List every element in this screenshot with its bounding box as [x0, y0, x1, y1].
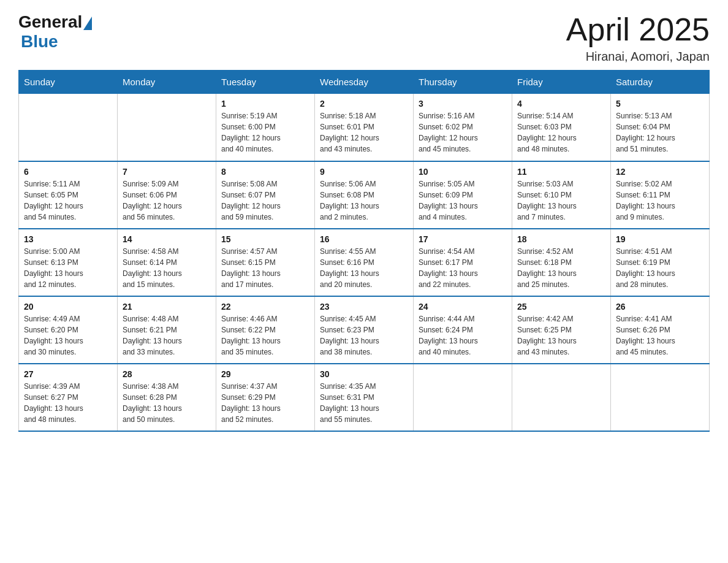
calendar-cell: 17Sunrise: 4:54 AM Sunset: 6:17 PM Dayli… — [414, 229, 512, 296]
calendar-cell: 13Sunrise: 5:00 AM Sunset: 6:13 PM Dayli… — [19, 229, 118, 296]
day-info: Sunrise: 4:52 AM Sunset: 6:18 PM Dayligh… — [517, 246, 605, 290]
calendar-cell: 26Sunrise: 4:41 AM Sunset: 6:26 PM Dayli… — [611, 296, 710, 364]
day-info: Sunrise: 4:46 AM Sunset: 6:22 PM Dayligh… — [221, 313, 309, 358]
day-number: 10 — [419, 167, 507, 177]
calendar-cell: 5Sunrise: 5:13 AM Sunset: 6:04 PM Daylig… — [611, 94, 710, 161]
day-info: Sunrise: 4:37 AM Sunset: 6:29 PM Dayligh… — [221, 381, 309, 425]
day-info: Sunrise: 5:08 AM Sunset: 6:07 PM Dayligh… — [221, 178, 309, 223]
calendar-cell: 23Sunrise: 4:45 AM Sunset: 6:23 PM Dayli… — [315, 296, 414, 364]
day-info: Sunrise: 4:57 AM Sunset: 6:15 PM Dayligh… — [221, 246, 309, 290]
calendar-cell: 16Sunrise: 4:55 AM Sunset: 6:16 PM Dayli… — [315, 229, 414, 296]
calendar-cell: 1Sunrise: 5:19 AM Sunset: 6:00 PM Daylig… — [216, 94, 315, 161]
logo-general-text: General — [18, 12, 82, 32]
logo: General Blue — [18, 12, 93, 52]
day-number: 4 — [517, 99, 605, 109]
calendar-table: SundayMondayTuesdayWednesdayThursdayFrid… — [18, 70, 710, 432]
day-info: Sunrise: 4:35 AM Sunset: 6:31 PM Dayligh… — [320, 381, 408, 425]
day-info: Sunrise: 5:02 AM Sunset: 6:11 PM Dayligh… — [616, 178, 704, 223]
day-number: 24 — [419, 302, 507, 312]
day-info: Sunrise: 4:55 AM Sunset: 6:16 PM Dayligh… — [320, 246, 408, 290]
calendar-cell: 4Sunrise: 5:14 AM Sunset: 6:03 PM Daylig… — [512, 94, 611, 161]
title-block: April 2025 Hiranai, Aomori, Japan — [566, 12, 710, 64]
week-row-1: 1Sunrise: 5:19 AM Sunset: 6:00 PM Daylig… — [19, 94, 710, 161]
calendar-cell — [611, 364, 710, 431]
calendar-cell: 18Sunrise: 4:52 AM Sunset: 6:18 PM Dayli… — [512, 229, 611, 296]
calendar-cell: 28Sunrise: 4:38 AM Sunset: 6:28 PM Dayli… — [118, 364, 216, 431]
day-number: 29 — [221, 369, 309, 379]
day-header-friday: Friday — [512, 71, 611, 94]
calendar-cell: 2Sunrise: 5:18 AM Sunset: 6:01 PM Daylig… — [315, 94, 414, 161]
calendar-cell: 19Sunrise: 4:51 AM Sunset: 6:19 PM Dayli… — [611, 229, 710, 296]
calendar-cell: 15Sunrise: 4:57 AM Sunset: 6:15 PM Dayli… — [216, 229, 315, 296]
day-number: 13 — [24, 234, 112, 244]
calendar-cell: 9Sunrise: 5:06 AM Sunset: 6:08 PM Daylig… — [315, 161, 414, 229]
day-info: Sunrise: 5:14 AM Sunset: 6:03 PM Dayligh… — [517, 110, 605, 155]
calendar-cell: 10Sunrise: 5:05 AM Sunset: 6:09 PM Dayli… — [414, 161, 512, 229]
calendar-cell: 30Sunrise: 4:35 AM Sunset: 6:31 PM Dayli… — [315, 364, 414, 431]
day-number: 9 — [320, 167, 408, 177]
logo-triangle-icon — [83, 17, 92, 30]
day-info: Sunrise: 4:51 AM Sunset: 6:19 PM Dayligh… — [616, 246, 704, 290]
day-header-saturday: Saturday — [611, 71, 710, 94]
day-info: Sunrise: 5:03 AM Sunset: 6:10 PM Dayligh… — [517, 178, 605, 223]
month-title: April 2025 — [566, 12, 710, 47]
day-number: 1 — [221, 99, 309, 109]
day-number: 21 — [123, 302, 211, 312]
calendar-cell — [414, 364, 512, 431]
day-info: Sunrise: 4:44 AM Sunset: 6:24 PM Dayligh… — [419, 313, 507, 358]
calendar-cell: 27Sunrise: 4:39 AM Sunset: 6:27 PM Dayli… — [19, 364, 118, 431]
day-header-monday: Monday — [118, 71, 216, 94]
calendar-cell: 24Sunrise: 4:44 AM Sunset: 6:24 PM Dayli… — [414, 296, 512, 364]
day-info: Sunrise: 4:41 AM Sunset: 6:26 PM Dayligh… — [616, 313, 704, 358]
day-number: 3 — [419, 99, 507, 109]
day-number: 25 — [517, 302, 605, 312]
calendar-cell: 21Sunrise: 4:48 AM Sunset: 6:21 PM Dayli… — [118, 296, 216, 364]
day-info: Sunrise: 5:16 AM Sunset: 6:02 PM Dayligh… — [419, 110, 507, 155]
day-number: 22 — [221, 302, 309, 312]
header-row: SundayMondayTuesdayWednesdayThursdayFrid… — [19, 71, 710, 94]
week-row-2: 6Sunrise: 5:11 AM Sunset: 6:05 PM Daylig… — [19, 161, 710, 229]
day-number: 26 — [616, 302, 704, 312]
calendar-cell: 20Sunrise: 4:49 AM Sunset: 6:20 PM Dayli… — [19, 296, 118, 364]
day-number: 28 — [123, 369, 211, 379]
calendar-cell: 7Sunrise: 5:09 AM Sunset: 6:06 PM Daylig… — [118, 161, 216, 229]
week-row-5: 27Sunrise: 4:39 AM Sunset: 6:27 PM Dayli… — [19, 364, 710, 431]
day-info: Sunrise: 5:18 AM Sunset: 6:01 PM Dayligh… — [320, 110, 408, 155]
day-header-tuesday: Tuesday — [216, 71, 315, 94]
day-info: Sunrise: 4:45 AM Sunset: 6:23 PM Dayligh… — [320, 313, 408, 358]
day-number: 5 — [616, 99, 704, 109]
day-info: Sunrise: 4:39 AM Sunset: 6:27 PM Dayligh… — [24, 381, 112, 425]
day-number: 11 — [517, 167, 605, 177]
day-number: 6 — [24, 167, 112, 177]
calendar-cell: 14Sunrise: 4:58 AM Sunset: 6:14 PM Dayli… — [118, 229, 216, 296]
day-info: Sunrise: 4:38 AM Sunset: 6:28 PM Dayligh… — [123, 381, 211, 425]
location: Hiranai, Aomori, Japan — [566, 50, 710, 64]
day-info: Sunrise: 4:54 AM Sunset: 6:17 PM Dayligh… — [419, 246, 507, 290]
day-number: 18 — [517, 234, 605, 244]
week-row-4: 20Sunrise: 4:49 AM Sunset: 6:20 PM Dayli… — [19, 296, 710, 364]
day-number: 7 — [123, 167, 211, 177]
day-number: 20 — [24, 302, 112, 312]
day-info: Sunrise: 4:42 AM Sunset: 6:25 PM Dayligh… — [517, 313, 605, 358]
calendar-cell: 22Sunrise: 4:46 AM Sunset: 6:22 PM Dayli… — [216, 296, 315, 364]
day-info: Sunrise: 5:11 AM Sunset: 6:05 PM Dayligh… — [24, 178, 112, 223]
day-number: 16 — [320, 234, 408, 244]
day-number: 19 — [616, 234, 704, 244]
day-info: Sunrise: 5:13 AM Sunset: 6:04 PM Dayligh… — [616, 110, 704, 155]
day-header-thursday: Thursday — [414, 71, 512, 94]
calendar-cell: 12Sunrise: 5:02 AM Sunset: 6:11 PM Dayli… — [611, 161, 710, 229]
calendar-cell: 6Sunrise: 5:11 AM Sunset: 6:05 PM Daylig… — [19, 161, 118, 229]
day-number: 12 — [616, 167, 704, 177]
day-info: Sunrise: 5:19 AM Sunset: 6:00 PM Dayligh… — [221, 110, 309, 155]
day-info: Sunrise: 5:06 AM Sunset: 6:08 PM Dayligh… — [320, 178, 408, 223]
calendar-cell: 25Sunrise: 4:42 AM Sunset: 6:25 PM Dayli… — [512, 296, 611, 364]
calendar-cell — [19, 94, 118, 161]
week-row-3: 13Sunrise: 5:00 AM Sunset: 6:13 PM Dayli… — [19, 229, 710, 296]
day-number: 15 — [221, 234, 309, 244]
calendar-cell: 11Sunrise: 5:03 AM Sunset: 6:10 PM Dayli… — [512, 161, 611, 229]
day-info: Sunrise: 4:48 AM Sunset: 6:21 PM Dayligh… — [123, 313, 211, 358]
day-number: 14 — [123, 234, 211, 244]
page-header: General Blue April 2025 Hiranai, Aomori,… — [18, 12, 710, 64]
day-number: 30 — [320, 369, 408, 379]
day-info: Sunrise: 4:49 AM Sunset: 6:20 PM Dayligh… — [24, 313, 112, 358]
